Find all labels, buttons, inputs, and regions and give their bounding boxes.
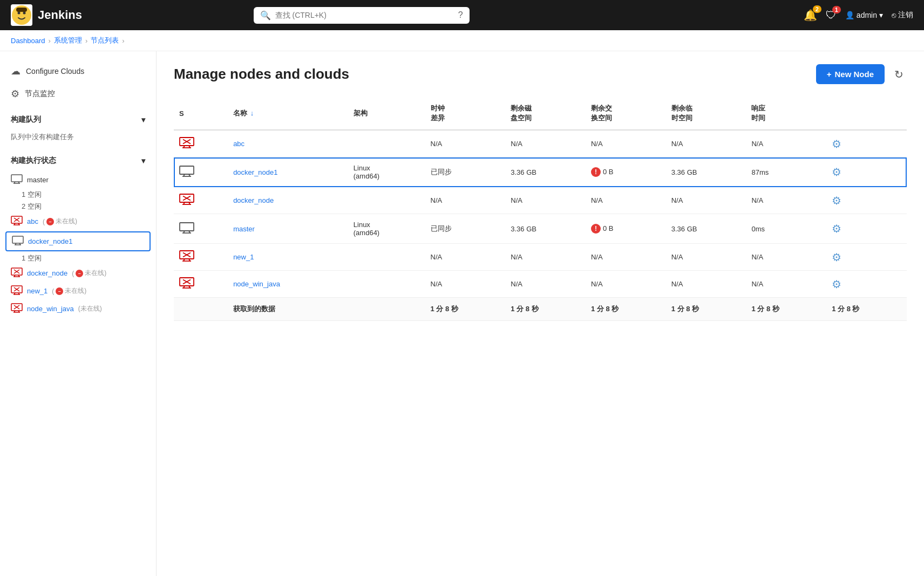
executor-abc-link[interactable]: abc xyxy=(27,217,38,225)
svg-rect-52 xyxy=(180,223,194,231)
gear-cell[interactable]: ⚙ xyxy=(826,157,907,187)
swap-cell: !0 B xyxy=(586,157,666,187)
node-link[interactable]: abc xyxy=(233,140,244,148)
status-cell xyxy=(174,157,228,187)
logo-text: Jenkins xyxy=(38,8,82,22)
arch-cell xyxy=(348,271,425,298)
build-queue-section: 构建队列 ▾ 队列中没有构建任务 xyxy=(0,109,156,146)
arch-cell: Linux(amd64) xyxy=(348,214,425,244)
executor-docker-node[interactable]: docker_node (–未在线) xyxy=(0,264,156,282)
node-settings-icon[interactable]: ⚙ xyxy=(832,138,841,150)
swap-value: 0 B xyxy=(603,168,614,176)
node-settings-icon[interactable]: ⚙ xyxy=(832,278,841,290)
swap-value: 0 B xyxy=(603,224,614,232)
breadcrumb-system-management[interactable]: 系统管理 xyxy=(54,36,82,45)
notification-button[interactable]: 🔔 2 xyxy=(804,9,817,22)
search-input[interactable] xyxy=(275,11,454,19)
node-link[interactable]: new_1 xyxy=(233,253,254,261)
executor-new-1[interactable]: new_1 (–未在线) xyxy=(0,282,156,300)
executor-master[interactable]: master xyxy=(0,171,156,189)
executor-docker-node-link[interactable]: docker_node xyxy=(27,269,67,277)
nodes-tbody: abcN/AN/AN/AN/AN/A⚙ docker_node1Linux(am… xyxy=(174,130,907,298)
arch-cell: Linux(amd64) xyxy=(348,157,425,187)
gear-cell[interactable]: ⚙ xyxy=(826,271,907,298)
executor-abc[interactable]: abc (–未在线) xyxy=(0,212,156,230)
nodes-table-wrapper: S 名称 ↓ 架构 时钟差异 剩余磁盘空间 剩余交换空间 剩余临时空间 响应时间 xyxy=(174,97,907,321)
col-temp: 剩余临时空间 xyxy=(666,97,746,130)
build-queue-header[interactable]: 构建队列 ▾ xyxy=(0,109,156,130)
build-queue-content: 队列中没有构建任务 xyxy=(0,130,156,146)
clock-cell: 已同步 xyxy=(425,214,506,244)
header-right: 🔔 2 🛡 1 👤 admin ▾ ⎋ 注销 xyxy=(804,9,913,22)
new-node-label: New Node xyxy=(834,70,874,79)
monitor-x-icon-abc xyxy=(11,216,23,227)
node-win-java-offline-badge: (未在线) xyxy=(78,304,102,313)
name-cell: master xyxy=(228,214,348,244)
sidebar-item-configure-clouds[interactable]: ☁ Configure Clouds xyxy=(0,60,156,83)
node-link[interactable]: master xyxy=(233,225,255,233)
monitor-x-icon-docker-node xyxy=(11,268,23,279)
node-settings-icon[interactable]: ⚙ xyxy=(832,195,841,207)
node-settings-icon[interactable]: ⚙ xyxy=(832,166,841,178)
logout-button[interactable]: ⎋ 注销 xyxy=(892,10,913,20)
status-cell xyxy=(174,271,228,298)
col-name[interactable]: 名称 ↓ xyxy=(228,97,348,130)
executor-node-win-java-link[interactable]: node_win_java xyxy=(27,305,74,313)
node-link[interactable]: docker_node1 xyxy=(233,168,277,176)
sidebar-item-node-monitor[interactable]: ⚙ 节点监控 xyxy=(0,83,156,105)
executor-new1-link[interactable]: new_1 xyxy=(27,287,47,295)
new-node-button[interactable]: + New Node xyxy=(816,64,885,84)
node-settings-icon[interactable]: ⚙ xyxy=(832,223,841,235)
table-row: masterLinux(amd64)已同步3.36 GB!0 B3.36 GB0… xyxy=(174,214,907,244)
arch-cell xyxy=(348,130,425,157)
gear-cell[interactable]: ⚙ xyxy=(826,244,907,271)
arch-cell xyxy=(348,187,425,214)
executor-docker-node1-link[interactable]: docker_node1 xyxy=(28,237,72,245)
layout: ☁ Configure Clouds ⚙ 节点监控 构建队列 ▾ 队列中没有构建… xyxy=(0,51,924,576)
node-link[interactable]: node_win_java xyxy=(233,280,280,288)
shield-button[interactable]: 🛡 1 xyxy=(826,9,837,22)
table-row: abcN/AN/AN/AN/AN/A⚙ xyxy=(174,130,907,157)
build-executor-header[interactable]: 构建执行状态 ▾ xyxy=(0,150,156,171)
svg-point-1 xyxy=(18,12,21,15)
footer-extra: 1 分 8 秒 xyxy=(826,298,907,321)
name-cell: abc xyxy=(228,130,348,157)
breadcrumb-node-list[interactable]: 节点列表 xyxy=(91,36,119,45)
gear-cell[interactable]: ⚙ xyxy=(826,130,907,157)
gear-cell[interactable]: ⚙ xyxy=(826,187,907,214)
gear-cell[interactable]: ⚙ xyxy=(826,214,907,244)
node-link[interactable]: docker_node xyxy=(233,196,274,204)
user-icon: 👤 xyxy=(845,11,854,19)
node-settings-icon[interactable]: ⚙ xyxy=(832,251,841,263)
executor-docker-node1[interactable]: docker_node1 xyxy=(5,231,151,251)
monitor-icon-docker-node1 xyxy=(12,236,24,247)
svg-rect-42 xyxy=(180,166,194,174)
cloud-icon: ☁ xyxy=(11,65,21,77)
abc-offline-badge: (–未在线) xyxy=(43,217,77,226)
executor-node-win-java[interactable]: node_win_java (未在线) xyxy=(0,300,156,318)
build-executor-section: 构建执行状态 ▾ master 1 空闲 2 空闲 xyxy=(0,150,156,318)
main-content: Manage nodes and clouds + New Node ↻ S 名… xyxy=(157,51,924,576)
table-row: docker_nodeN/AN/AN/AN/AN/A⚙ xyxy=(174,187,907,214)
logout-icon: ⎋ xyxy=(892,11,896,19)
response-cell: 87ms xyxy=(746,157,826,187)
breadcrumb-dashboard[interactable]: Dashboard xyxy=(11,37,45,45)
offline-circle3: – xyxy=(56,287,63,295)
search-box: 🔍 ? xyxy=(254,7,470,24)
clock-cell: N/A xyxy=(425,244,506,271)
user-menu[interactable]: 👤 admin ▾ xyxy=(845,11,883,19)
disk-cell: N/A xyxy=(505,271,586,298)
status-cell xyxy=(174,244,228,271)
name-cell: docker_node1 xyxy=(228,157,348,187)
disk-cell: N/A xyxy=(505,187,586,214)
swap-cell: N/A xyxy=(586,244,666,271)
footer-clock: 1 分 8 秒 xyxy=(425,298,506,321)
temp-cell: N/A xyxy=(666,130,746,157)
help-icon[interactable]: ? xyxy=(458,10,463,20)
footer-empty-status xyxy=(174,298,228,321)
notification-badge: 2 xyxy=(813,5,821,13)
name-cell: node_win_java xyxy=(228,271,348,298)
temp-cell: N/A xyxy=(666,187,746,214)
refresh-button[interactable]: ↻ xyxy=(891,65,907,84)
temp-cell: 3.36 GB xyxy=(666,157,746,187)
